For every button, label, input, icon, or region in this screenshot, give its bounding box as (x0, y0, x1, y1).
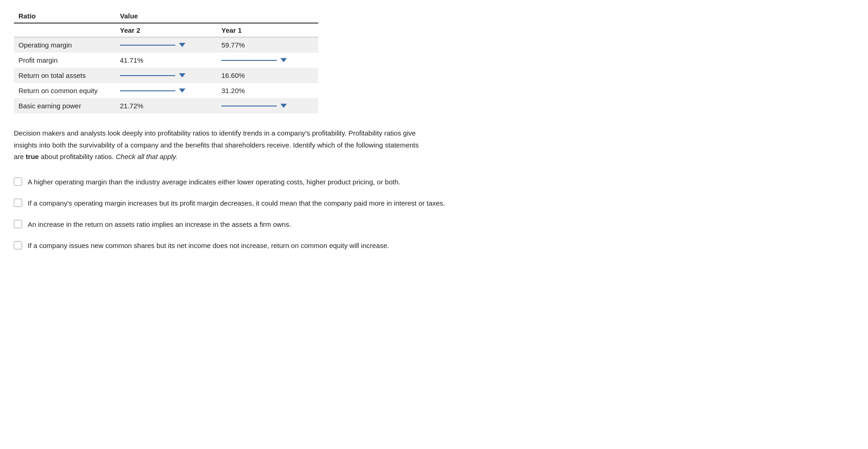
year1-value: 59.77% (217, 37, 318, 53)
col-ratio-subheader (14, 23, 115, 37)
year1-value: 16.60% (217, 68, 318, 83)
description-bold-word: true (26, 153, 39, 160)
ratio-name: Operating margin (14, 37, 115, 53)
description-italic: Check all that apply. (116, 153, 178, 160)
ratio-table: Ratio Value Year 2 Year 1 Operating marg… (14, 9, 318, 113)
list-item: If a company issues new common shares bu… (14, 240, 457, 251)
dropdown-arrow-icon (179, 89, 185, 93)
checkbox-input[interactable] (14, 199, 22, 207)
col-year2-header: Year 2 (115, 23, 217, 37)
checkbox-input[interactable] (14, 220, 22, 228)
list-item: A higher operating margin than the indus… (14, 177, 457, 188)
ratio-name: Return on common equity (14, 83, 115, 98)
ratio-name: Profit margin (14, 53, 115, 68)
dropdown-arrow-icon (179, 73, 185, 77)
checkbox-label: If a company issues new common shares bu… (28, 240, 389, 251)
ratio-name: Return on total assets (14, 68, 115, 83)
col-value-header: Value (115, 9, 318, 23)
dropdown-arrow-icon (280, 104, 287, 108)
dropdown-arrow-icon (280, 58, 287, 62)
list-item: If a company's operating margin increase… (14, 198, 457, 209)
year2-value[interactable] (115, 68, 217, 83)
year2-value[interactable] (115, 37, 217, 53)
year2-value: 41.71% (115, 53, 217, 68)
list-item: An increase in the return on assets rati… (14, 219, 457, 230)
year1-value[interactable] (217, 98, 318, 113)
checkbox-list: A higher operating margin than the indus… (14, 177, 854, 251)
checkbox-label: A higher operating margin than the indus… (28, 177, 400, 188)
checkbox-input[interactable] (14, 177, 22, 186)
year2-value[interactable] (115, 83, 217, 98)
year2-value: 21.72% (115, 98, 217, 113)
description-block: Decision makers and analysts look deeply… (14, 127, 429, 163)
description-paragraph: Decision makers and analysts look deeply… (14, 127, 429, 163)
ratio-name: Basic earning power (14, 98, 115, 113)
checkbox-label: If a company's operating margin increase… (28, 198, 445, 209)
checkbox-input[interactable] (14, 241, 22, 249)
description-text-part2: about profitability ratios. (39, 153, 116, 160)
col-year1-header: Year 1 (217, 23, 318, 37)
col-ratio-header: Ratio (14, 9, 115, 23)
checkbox-label: An increase in the return on assets rati… (28, 219, 291, 230)
dropdown-arrow-icon (179, 43, 185, 47)
year1-value[interactable] (217, 53, 318, 68)
year1-value: 31.20% (217, 83, 318, 98)
